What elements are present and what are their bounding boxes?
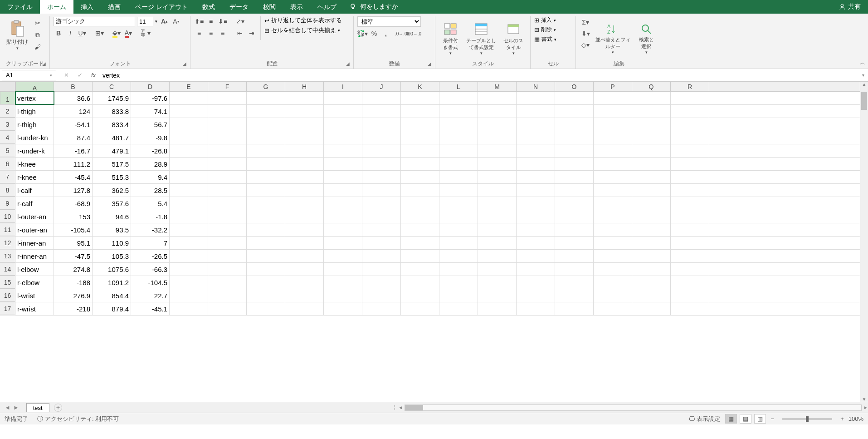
cell[interactable] <box>208 263 247 276</box>
cell[interactable] <box>517 276 555 289</box>
cell[interactable]: 517.5 <box>93 158 131 170</box>
column-header[interactable]: K <box>401 82 439 91</box>
cell[interactable]: r-outer-an <box>15 223 54 236</box>
column-header[interactable]: P <box>594 82 632 91</box>
cell[interactable] <box>401 144 439 157</box>
column-header[interactable]: R <box>671 82 709 91</box>
cell[interactable]: l-elbow <box>15 263 54 276</box>
cell[interactable]: 28.9 <box>131 158 170 170</box>
fill-button[interactable]: ⬇▾ <box>580 29 590 39</box>
cell[interactable] <box>517 289 555 302</box>
cell[interactable] <box>324 131 362 144</box>
cell[interactable] <box>555 289 594 302</box>
tab-描画[interactable]: 描画 <box>101 0 128 14</box>
cell[interactable]: -26.5 <box>131 250 170 262</box>
column-header[interactable]: H <box>285 82 324 91</box>
row-header[interactable]: 6 <box>0 158 15 170</box>
cell[interactable] <box>324 197 362 210</box>
column-header[interactable]: A <box>15 82 54 91</box>
cell[interactable] <box>324 171 362 183</box>
cell[interactable]: 153 <box>54 210 93 223</box>
sheet-tab[interactable]: test <box>26 403 49 412</box>
cell[interactable] <box>401 237 439 249</box>
cell[interactable] <box>285 210 324 223</box>
column-header[interactable]: C <box>93 82 131 91</box>
align-top-button[interactable]: ⬆≡ <box>194 16 204 26</box>
cell[interactable] <box>401 105 439 118</box>
cell[interactable]: 833.4 <box>93 118 131 131</box>
cell[interactable] <box>671 92 709 104</box>
cell[interactable] <box>632 289 671 302</box>
cell[interactable]: 5.4 <box>131 197 170 210</box>
cell[interactable] <box>362 184 401 197</box>
cell[interactable] <box>170 92 208 104</box>
cell[interactable]: r-wrist <box>15 302 54 315</box>
cell[interactable] <box>170 250 208 262</box>
cell[interactable] <box>594 289 632 302</box>
cell[interactable] <box>285 276 324 289</box>
column-header[interactable]: N <box>517 82 555 91</box>
cell[interactable] <box>594 184 632 197</box>
fx-icon[interactable]: fx <box>89 72 98 79</box>
cell[interactable] <box>401 210 439 223</box>
format-cells-button[interactable]: ▦書式▾ <box>534 35 572 43</box>
cell[interactable] <box>478 223 517 236</box>
cell[interactable] <box>478 197 517 210</box>
font-name-select[interactable] <box>54 17 135 26</box>
paste-button[interactable]: 貼り付け ▾ <box>4 16 31 54</box>
cell[interactable]: r-knee <box>15 171 54 183</box>
cell[interactable] <box>478 171 517 183</box>
cell[interactable] <box>517 131 555 144</box>
cell[interactable]: 879.4 <box>93 302 131 315</box>
cell[interactable] <box>671 144 709 157</box>
cell[interactable] <box>285 289 324 302</box>
cell[interactable] <box>671 263 709 276</box>
cell[interactable] <box>594 171 632 183</box>
cell[interactable] <box>594 131 632 144</box>
cell[interactable] <box>324 250 362 262</box>
cell[interactable] <box>594 105 632 118</box>
cell[interactable] <box>632 302 671 315</box>
cell[interactable] <box>324 210 362 223</box>
cell[interactable]: r-elbow <box>15 276 54 289</box>
cell[interactable] <box>594 92 632 104</box>
cell[interactable]: vertex <box>15 92 54 104</box>
cell[interactable] <box>439 184 478 197</box>
cell[interactable] <box>170 131 208 144</box>
dialog-launcher-icon[interactable]: ◢ <box>428 61 433 67</box>
cell[interactable] <box>247 171 285 183</box>
cell[interactable] <box>555 92 594 104</box>
cell[interactable] <box>632 158 671 170</box>
cell[interactable] <box>555 118 594 131</box>
cell[interactable] <box>170 118 208 131</box>
name-box[interactable]: A1 ▾ <box>2 70 56 80</box>
row-header[interactable]: 7 <box>0 171 15 183</box>
cell[interactable] <box>555 210 594 223</box>
cell[interactable] <box>208 223 247 236</box>
cell[interactable] <box>439 302 478 315</box>
cell[interactable] <box>517 250 555 262</box>
column-header[interactable]: E <box>170 82 208 91</box>
row-header[interactable]: 12 <box>0 237 15 249</box>
cell[interactable]: -9.8 <box>131 131 170 144</box>
cell[interactable]: -68.9 <box>54 197 93 210</box>
cell[interactable]: 479.1 <box>93 144 131 157</box>
cell[interactable] <box>362 250 401 262</box>
tab-校閲[interactable]: 校閲 <box>256 0 283 14</box>
cell[interactable] <box>517 171 555 183</box>
cell[interactable] <box>632 131 671 144</box>
tab-データ[interactable]: データ <box>222 0 256 14</box>
cell[interactable] <box>478 302 517 315</box>
row-header[interactable]: 14 <box>0 263 15 276</box>
select-all-corner[interactable] <box>0 82 15 91</box>
cell[interactable] <box>324 92 362 104</box>
cell[interactable] <box>671 184 709 197</box>
cell[interactable] <box>324 263 362 276</box>
row-header[interactable]: 13 <box>0 250 15 262</box>
expand-formula-bar-button[interactable]: ▾ <box>858 73 868 78</box>
phonetic-button[interactable]: ア亜▾ <box>141 28 151 38</box>
cut-button[interactable]: ✂ <box>33 18 43 28</box>
tab-挿入[interactable]: 挿入 <box>73 0 101 14</box>
cell[interactable] <box>478 92 517 104</box>
cell[interactable] <box>247 184 285 197</box>
